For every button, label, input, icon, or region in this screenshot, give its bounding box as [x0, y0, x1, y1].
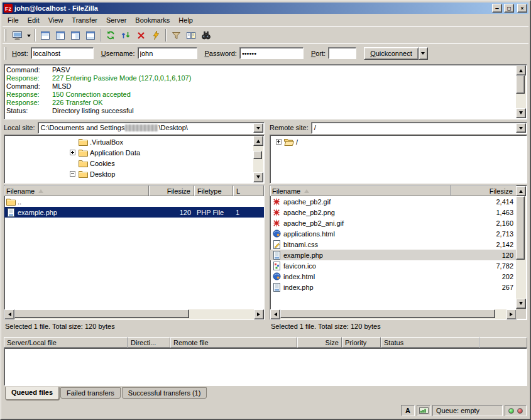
- remote-site-dropdown-button[interactable]: [516, 123, 526, 133]
- refresh-button[interactable]: [103, 28, 118, 43]
- scrollbar-track[interactable]: [280, 309, 506, 319]
- tree-item[interactable]: Application Data: [5, 147, 253, 158]
- column-header-filename[interactable]: Filename: [4, 185, 149, 196]
- queue-column-remote-file[interactable]: Remote file: [170, 337, 297, 348]
- scrollbar-track[interactable]: [516, 75, 526, 108]
- file-row[interactable]: example.php120PHP File1: [4, 207, 264, 218]
- process-queue-button[interactable]: [118, 28, 133, 43]
- scroll-right-button[interactable]: [506, 309, 517, 319]
- file-row[interactable]: ..: [4, 196, 264, 207]
- cancel-operation-button[interactable]: [133, 28, 148, 43]
- column-header-filename[interactable]: Filename: [270, 185, 451, 196]
- scrollbar-thumb[interactable]: [14, 309, 189, 318]
- site-manager-dropdown-button[interactable]: [25, 28, 33, 43]
- scroll-left-button[interactable]: [4, 309, 14, 319]
- scrollbar-thumb[interactable]: [280, 309, 495, 318]
- remote-tree[interactable]: /: [270, 135, 527, 184]
- close-button[interactable]: ×: [517, 4, 527, 13]
- queue-body[interactable]: [4, 348, 527, 386]
- scrollbar-track[interactable]: [253, 146, 263, 172]
- tab-queued-files[interactable]: Queued files: [5, 387, 59, 400]
- scroll-up-button[interactable]: [516, 186, 526, 196]
- toggle-message-log-button[interactable]: [38, 28, 53, 43]
- tree-expander-plus-icon[interactable]: [70, 150, 75, 155]
- scrollbar-thumb[interactable]: [516, 196, 525, 260]
- remote-horizontal-scrollbar[interactable]: [270, 309, 517, 319]
- menu-server[interactable]: Server: [102, 14, 131, 26]
- scrollbar-track[interactable]: [516, 196, 526, 299]
- queue-column-directi[interactable]: Directi...: [128, 337, 170, 348]
- local-tree-scrollbar[interactable]: [253, 136, 263, 182]
- column-header-filesize[interactable]: Filesize: [451, 185, 517, 196]
- directory-comparison-button[interactable]: [183, 28, 199, 43]
- password-input[interactable]: [239, 47, 304, 59]
- scroll-down-button[interactable]: [516, 299, 526, 309]
- file-row[interactable]: index.php267: [270, 282, 517, 292]
- scroll-down-button[interactable]: [516, 108, 526, 118]
- queue-column-size[interactable]: Size: [297, 337, 342, 348]
- disconnect-button[interactable]: [148, 28, 163, 43]
- column-header-filetype[interactable]: Filetype: [194, 185, 233, 196]
- local-horizontal-scrollbar[interactable]: [4, 309, 264, 319]
- tree-expander-minus-icon[interactable]: [70, 171, 75, 177]
- file-row[interactable]: apache_pb2.png1,463: [270, 207, 517, 218]
- log-line: Response:227 Entering Passive Mode (127,…: [5, 74, 516, 82]
- toggle-transfer-queue-button[interactable]: [83, 28, 98, 43]
- filename-filters-button[interactable]: [168, 28, 183, 43]
- username-input[interactable]: [138, 47, 197, 59]
- menu-help[interactable]: Help: [174, 14, 197, 26]
- queue-column-server-local-file[interactable]: Server/Local file: [4, 337, 128, 348]
- site-manager-button[interactable]: [9, 28, 25, 43]
- local-tree[interactable]: .VirtualBoxApplication DataCookiesDeskto…: [4, 135, 265, 184]
- menu-file[interactable]: File: [3, 14, 23, 26]
- file-row[interactable]: applications.html2,713: [270, 228, 517, 239]
- tree-item[interactable]: Cookies: [5, 158, 253, 169]
- scroll-right-button[interactable]: [254, 309, 264, 319]
- menu-edit[interactable]: Edit: [23, 14, 44, 26]
- titlebar[interactable]: Fz john@localhost - FileZilla – □ ×: [3, 3, 528, 14]
- queue-splitter[interactable]: [3, 333, 528, 337]
- local-site-dropdown-button[interactable]: [253, 123, 263, 133]
- menu-transfer[interactable]: Transfer: [67, 14, 102, 26]
- remote-site-combo[interactable]: /: [311, 122, 527, 134]
- tree-item[interactable]: /: [271, 136, 526, 147]
- scroll-down-button[interactable]: [253, 172, 263, 182]
- maximize-button[interactable]: □: [504, 4, 514, 13]
- local-site-combo[interactable]: C:\Documents and Settings\Desktop\: [38, 122, 265, 134]
- toggle-remote-tree-button[interactable]: [68, 28, 83, 43]
- queue-column-status[interactable]: Status: [381, 337, 479, 348]
- tab-failed-transfers[interactable]: Failed transfers: [60, 387, 121, 399]
- scroll-up-button[interactable]: [516, 65, 526, 75]
- scroll-up-button[interactable]: [253, 136, 263, 146]
- queue-column-priority[interactable]: Priority: [342, 337, 381, 348]
- menu-view[interactable]: View: [44, 14, 68, 26]
- tree-item[interactable]: .VirtualBox: [5, 136, 253, 147]
- port-input[interactable]: [328, 47, 356, 59]
- file-row[interactable]: example.php120: [270, 250, 517, 260]
- column-header-filesize[interactable]: Filesize: [149, 185, 194, 196]
- host-input[interactable]: [31, 47, 94, 59]
- file-row[interactable]: favicon.ico7,782: [270, 260, 517, 271]
- scrollbar-track[interactable]: [14, 309, 254, 319]
- log-scrollbar[interactable]: [516, 65, 526, 118]
- tree-expander-plus-icon[interactable]: [276, 139, 282, 145]
- menu-bookmarks[interactable]: Bookmarks: [131, 14, 174, 26]
- remote-vertical-scrollbar[interactable]: [516, 186, 526, 309]
- toggle-local-tree-button[interactable]: [53, 28, 68, 43]
- file-size: [149, 196, 194, 207]
- tab-successful-transfers-1[interactable]: Successful transfers (1): [122, 387, 207, 399]
- minimize-button[interactable]: –: [492, 4, 502, 13]
- quickconnect-dropdown-button[interactable]: [419, 47, 428, 60]
- find-files-button[interactable]: [199, 28, 214, 43]
- tree-item[interactable]: Desktop: [5, 169, 253, 179]
- scrollbar-thumb[interactable]: [253, 151, 262, 159]
- scrollbar-thumb[interactable]: [516, 75, 525, 94]
- message-log[interactable]: Command:PASVResponse:227 Entering Passiv…: [4, 64, 527, 119]
- column-header-l[interactable]: L: [233, 185, 264, 196]
- file-row[interactable]: apache_pb2_ani.gif2,160: [270, 218, 517, 228]
- quickconnect-button[interactable]: Quickconnect: [364, 47, 419, 60]
- file-row[interactable]: apache_pb2.gif2,414: [270, 196, 517, 207]
- file-row[interactable]: bitnami.css2,142: [270, 239, 517, 250]
- file-row[interactable]: index.html202: [270, 271, 517, 282]
- scroll-left-button[interactable]: [270, 309, 280, 319]
